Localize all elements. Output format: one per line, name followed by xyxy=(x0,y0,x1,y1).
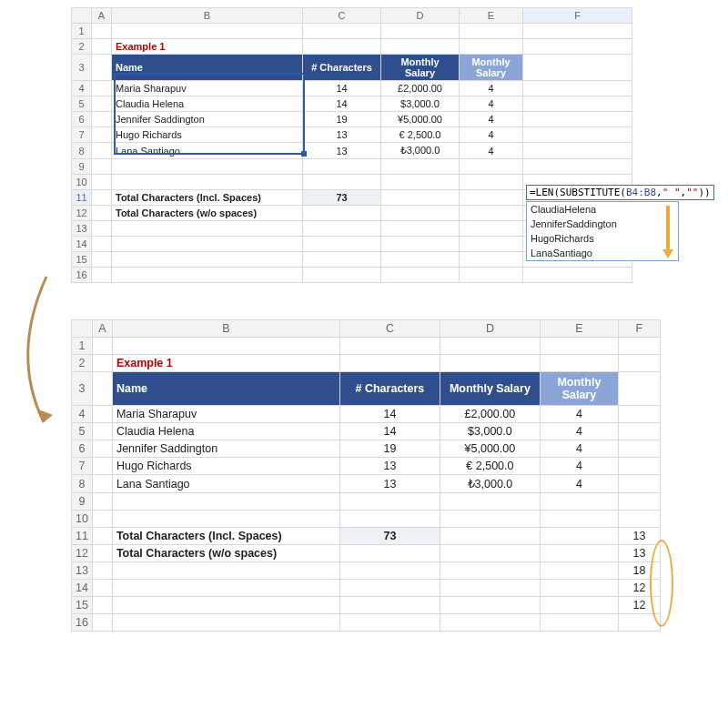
cell-name[interactable]: Hugo Richards xyxy=(112,127,303,143)
cell-result[interactable]: 12 xyxy=(618,597,660,614)
row-header[interactable]: 16 xyxy=(72,268,92,283)
col-header[interactable]: B xyxy=(112,8,303,24)
total-incl-value: 73 xyxy=(339,528,440,545)
bottom-spreadsheet[interactable]: A B C D E F 1 2Example 1 3 Name # Charac… xyxy=(71,319,661,632)
row-header[interactable]: 7 xyxy=(72,127,92,143)
cell-chars[interactable]: 13 xyxy=(303,143,381,159)
cell-m[interactable]: 4 xyxy=(540,440,618,458)
col-header[interactable]: F xyxy=(618,320,660,338)
row-header[interactable]: 14 xyxy=(72,580,93,597)
cell-salary[interactable]: ¥5,000.00 xyxy=(440,440,540,458)
cell-result[interactable]: 13 xyxy=(618,545,660,562)
row-header[interactable]: 9 xyxy=(72,493,93,511)
cell-salary[interactable]: £2,000.00 xyxy=(381,81,460,96)
cell-name[interactable]: Lana Santiago xyxy=(112,475,339,493)
row-header[interactable]: 7 xyxy=(72,458,93,475)
col-header[interactable]: D xyxy=(381,8,460,24)
row-header[interactable]: 5 xyxy=(72,423,93,440)
cell-m[interactable]: 4 xyxy=(460,127,523,143)
row-header[interactable]: 2 xyxy=(72,39,92,55)
row-header[interactable]: 6 xyxy=(72,112,92,127)
cell-name[interactable]: Hugo Richards xyxy=(112,458,339,475)
row-header[interactable]: 11 xyxy=(72,190,92,206)
col-header[interactable]: E xyxy=(460,8,523,24)
cell-salary[interactable]: £2,000.00 xyxy=(440,406,540,423)
row-header[interactable]: 9 xyxy=(72,159,92,175)
row-header[interactable]: 2 xyxy=(72,355,93,372)
cell-salary[interactable]: $3,000.0 xyxy=(440,423,540,440)
cell-salary[interactable]: ₺3,000.0 xyxy=(381,143,460,159)
cell-name[interactable]: Claudia Helena xyxy=(112,423,339,440)
cell-m[interactable]: 4 xyxy=(460,143,523,159)
col-header[interactable]: C xyxy=(303,8,381,24)
row-header[interactable]: 13 xyxy=(72,221,92,237)
cell-chars[interactable]: 14 xyxy=(303,96,381,112)
row-header[interactable]: 10 xyxy=(72,175,92,190)
cell-name[interactable]: Maria Sharapuv xyxy=(112,81,303,96)
cell-chars[interactable]: 14 xyxy=(339,423,440,440)
row-header[interactable]: 14 xyxy=(72,237,92,252)
row-header[interactable]: 16 xyxy=(72,614,93,632)
col-header[interactable]: E xyxy=(540,320,618,338)
cell-name[interactable]: Jennifer Saddington xyxy=(112,112,303,127)
spill-item: HugoRichards xyxy=(531,231,674,246)
cell-chars[interactable]: 14 xyxy=(303,81,381,96)
col-header[interactable]: F xyxy=(523,8,632,24)
row-header[interactable]: 1 xyxy=(72,338,93,355)
cell-m[interactable]: 4 xyxy=(460,81,523,96)
cell-name[interactable]: Lana Santiago xyxy=(112,143,303,159)
cell-salary[interactable]: ¥5,000.00 xyxy=(381,112,460,127)
cell-chars[interactable]: 13 xyxy=(303,127,381,143)
cell-m[interactable]: 4 xyxy=(460,112,523,127)
row-header[interactable]: 5 xyxy=(72,96,92,112)
cell-chars[interactable]: 19 xyxy=(303,112,381,127)
col-header[interactable]: D xyxy=(440,320,540,338)
cell-result[interactable]: 18 xyxy=(618,562,660,580)
cell-result[interactable]: 12 xyxy=(618,580,660,597)
col-header[interactable]: B xyxy=(112,320,339,338)
cell-chars[interactable]: 19 xyxy=(339,440,440,458)
cell-m[interactable]: 4 xyxy=(540,475,618,493)
cell-m[interactable]: 4 xyxy=(540,406,618,423)
cell-chars[interactable]: 13 xyxy=(339,475,440,493)
row-header[interactable]: 4 xyxy=(72,81,92,96)
row-header[interactable]: 8 xyxy=(72,143,92,159)
header-salary2: Monthly Salary xyxy=(460,55,523,81)
cell-name[interactable]: Maria Sharapuv xyxy=(112,406,339,423)
cell-result[interactable]: 13 xyxy=(618,528,660,545)
row-header[interactable]: 15 xyxy=(72,252,92,268)
example-label: Example 1 xyxy=(112,39,303,55)
row-header[interactable]: 6 xyxy=(72,440,93,458)
row-header[interactable]: 3 xyxy=(72,372,93,406)
cell-m[interactable]: 4 xyxy=(460,96,523,112)
cell-salary[interactable]: € 2,500.0 xyxy=(440,458,540,475)
header-salary: Monthly Salary xyxy=(381,55,460,81)
row-header[interactable]: 8 xyxy=(72,475,93,493)
corner-cell[interactable] xyxy=(72,320,93,338)
row-header[interactable]: 10 xyxy=(72,511,93,528)
cell-salary[interactable]: € 2,500.0 xyxy=(381,127,460,143)
row-header[interactable]: 15 xyxy=(72,597,93,614)
row-header[interactable]: 12 xyxy=(72,545,93,562)
top-sheet-wrap: A B C D E F 1 2Example 1 3 Name # Charac… xyxy=(71,7,721,283)
row-header[interactable]: 1 xyxy=(72,24,92,39)
cell-salary[interactable]: ₺3,000.0 xyxy=(440,475,540,493)
header-salary2: Monthly Salary xyxy=(540,372,618,406)
corner-cell[interactable] xyxy=(72,8,92,24)
cell-m[interactable]: 4 xyxy=(540,423,618,440)
col-header[interactable]: A xyxy=(92,320,112,338)
row-header[interactable]: 12 xyxy=(72,206,92,221)
cell-name[interactable]: Jennifer Saddington xyxy=(112,440,339,458)
row-header[interactable]: 11 xyxy=(72,528,93,545)
total-wo-label: Total Characters (w/o spaces) xyxy=(112,545,339,562)
cell-chars[interactable]: 13 xyxy=(339,458,440,475)
col-header[interactable]: A xyxy=(92,8,112,24)
col-header[interactable]: C xyxy=(339,320,440,338)
cell-name[interactable]: Claudia Helena xyxy=(112,96,303,112)
row-header[interactable]: 13 xyxy=(72,562,93,580)
cell-m[interactable]: 4 xyxy=(540,458,618,475)
cell-chars[interactable]: 14 xyxy=(339,406,440,423)
row-header[interactable]: 4 xyxy=(72,406,93,423)
cell-salary[interactable]: $3,000.0 xyxy=(381,96,460,112)
row-header[interactable]: 3 xyxy=(72,55,92,81)
